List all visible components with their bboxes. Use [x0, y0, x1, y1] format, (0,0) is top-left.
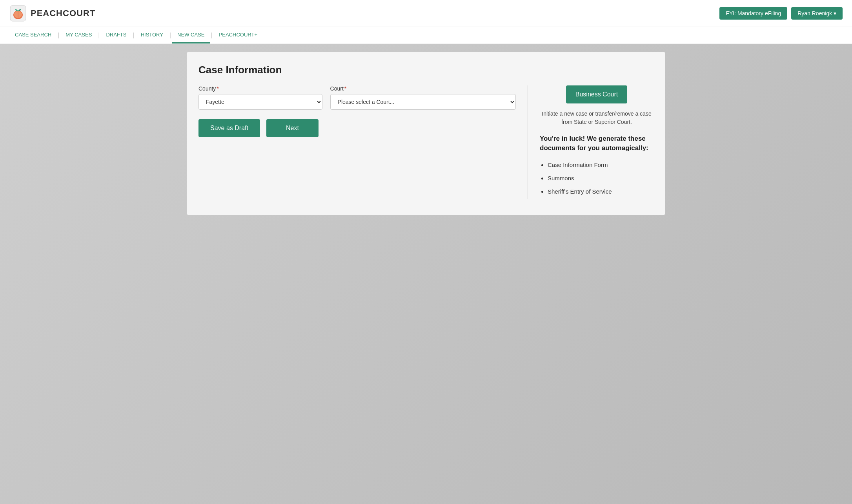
- logo-icon: [9, 5, 27, 22]
- county-required-star: *: [217, 85, 218, 92]
- nav-separator-1: |: [57, 32, 60, 39]
- court-select[interactable]: Please select a Court... State Court Sup…: [330, 94, 516, 110]
- next-button[interactable]: Next: [266, 119, 319, 137]
- business-court-button[interactable]: Business Court: [566, 85, 628, 103]
- form-area: County* Fayette Fulton Gwinnett DeKalb C…: [198, 85, 528, 199]
- sidebar-description: Initiate a new case or transfer/remove a…: [540, 110, 654, 126]
- form-row-selects: County* Fayette Fulton Gwinnett DeKalb C…: [198, 85, 516, 110]
- court-label: Court*: [330, 85, 516, 92]
- sidebar-promo-title: You're in luck! We generate these docume…: [540, 134, 654, 153]
- sidebar-doc-list: Case Information Form Summons Sheriff's …: [540, 159, 654, 198]
- doc-list-item: Summons: [548, 172, 654, 184]
- logo-area: PEACHCOURT: [9, 5, 95, 22]
- fyi-button[interactable]: FYI: Mandatory eFiling: [719, 7, 787, 20]
- page-title: Case Information: [198, 64, 654, 76]
- county-select[interactable]: Fayette Fulton Gwinnett DeKalb Cobb: [198, 94, 322, 110]
- court-group: Court* Please select a Court... State Co…: [330, 85, 516, 110]
- page-wrapper: Case Information County* Fayette Fulton …: [0, 44, 852, 223]
- sidebar-area: Business Court Initiate a new case or tr…: [528, 85, 654, 199]
- form-and-sidebar: County* Fayette Fulton Gwinnett DeKalb C…: [198, 85, 654, 199]
- county-group: County* Fayette Fulton Gwinnett DeKalb C…: [198, 85, 322, 110]
- nav-item-case-search[interactable]: CASE SEARCH: [9, 27, 57, 44]
- nav-separator-2: |: [97, 32, 100, 39]
- doc-list-item: Sheriff's Entry of Service: [548, 186, 654, 198]
- nav-item-drafts[interactable]: DRAFTS: [100, 27, 132, 44]
- nav-item-my-cases[interactable]: MY CASES: [60, 27, 97, 44]
- user-menu-button[interactable]: Ryan Roenigk ▾: [791, 7, 843, 20]
- nav-separator-4: |: [169, 32, 172, 39]
- header-right: FYI: Mandatory eFiling Ryan Roenigk ▾: [719, 7, 843, 20]
- save-draft-button[interactable]: Save as Draft: [198, 119, 260, 137]
- nav-item-history[interactable]: HISTORY: [135, 27, 169, 44]
- nav-item-peachcourt-plus[interactable]: PEACHCOURT+: [213, 27, 263, 44]
- header: PEACHCOURT FYI: Mandatory eFiling Ryan R…: [0, 0, 852, 27]
- logo-text: PEACHCOURT: [31, 8, 95, 18]
- county-label: County*: [198, 85, 322, 92]
- doc-list-item: Case Information Form: [548, 159, 654, 171]
- form-actions: Save as Draft Next: [198, 119, 516, 137]
- main-card: Case Information County* Fayette Fulton …: [187, 52, 665, 215]
- nav-bar: CASE SEARCH | MY CASES | DRAFTS | HISTOR…: [0, 27, 852, 44]
- nav-separator-3: |: [132, 32, 135, 39]
- nav-item-new-case[interactable]: NEW CASE: [172, 27, 210, 44]
- court-required-star: *: [344, 85, 346, 92]
- nav-separator-5: |: [210, 32, 213, 39]
